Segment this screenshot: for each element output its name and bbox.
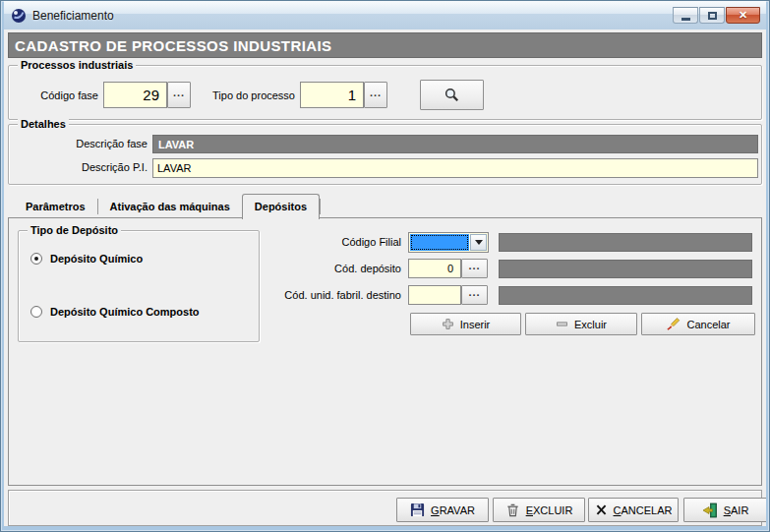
tab-depositos[interactable]: Depósitos [242,194,320,219]
excluir-button[interactable]: EXCLUIR [493,498,585,522]
radio-deposito-quimico-composto[interactable]: Depósito Químico Composto [30,306,200,318]
group-tipo-deposito-title: Tipo de Depósito [28,224,121,236]
titlebar: Beneficiamento ✕ [4,1,766,30]
descricao-fase-label: Descrição fase [49,138,148,149]
ellipsis-icon: ... [173,89,185,101]
pencil-icon [666,317,681,331]
tab-strip: Parâmetros Ativação das máquinas Depósit… [14,193,321,218]
codigo-filial-label: Código Filial [254,236,401,248]
cod-unid-fabril-destino-label: Cód. unid. fabril. destino [254,289,401,301]
group-processos-title: Processos industriais [18,59,136,71]
descricao-fase-field: LAVAR [152,135,758,153]
gravar-button[interactable]: GRAVAR [396,498,489,522]
cod-deposito-input[interactable]: 0 [408,259,461,278]
search-button[interactable] [420,80,484,110]
ellipsis-icon: ... [370,89,382,101]
close-button[interactable]: ✕ [726,7,760,24]
minimize-icon [681,18,690,21]
group-detalhes-title: Detalhes [18,118,69,130]
cod-unid-fabril-destino-desc-field [499,286,752,305]
cod-deposito-desc-field [499,260,752,278]
descricao-pi-label: Descrição P.I. [49,161,148,173]
cod-deposito-label: Cód. depósito [254,263,401,274]
group-tipo-deposito: Tipo de Depósito Depósito Químico Depósi… [18,230,260,342]
codigo-fase-label: Código fase [24,89,98,101]
excluir-row-button[interactable]: Excluir [525,313,637,335]
sair-button[interactable]: SAIR [683,498,766,522]
tipo-processo-browse-button[interactable]: ... [364,82,387,108]
window-title: Beneficiamento [32,9,114,23]
radio-deposito-quimico[interactable]: Depósito Químico [30,253,143,265]
plus-icon [442,318,454,330]
codigo-fase-browse-button[interactable]: ... [167,82,191,108]
cancelar-row-button[interactable]: Cancelar [641,313,755,335]
client-area: CADASTRO DE PROCESSOS INDUSTRIAIS Proces… [4,30,766,526]
minus-icon [556,318,568,330]
cod-unid-fabril-destino-browse-button[interactable]: ... [461,285,488,305]
tipo-processo-input[interactable]: 1 [300,82,364,108]
codigo-filial-dropdown-button[interactable] [470,234,487,251]
radio-button-icon [30,306,42,318]
tab-separator [320,199,321,214]
cod-unid-fabril-destino-input[interactable] [408,285,461,305]
exit-door-icon [702,502,718,518]
app-window: Beneficiamento ✕ CADASTRO DE PROCESSOS I… [0,0,770,532]
minimize-button[interactable] [673,7,698,24]
codigo-filial-selected-value [410,234,469,251]
cancelar-button[interactable]: CANCELAR [588,498,679,522]
footer-panel: GRAVAR EXCLUIR CANCELAR [8,490,762,526]
tab-parametros[interactable]: Parâmetros [14,198,97,218]
maximize-icon [708,12,717,20]
trash-icon [505,502,520,517]
maximize-button[interactable] [699,7,725,24]
codigo-filial-combobox[interactable] [408,232,489,253]
close-icon: ✕ [739,9,747,22]
cod-deposito-browse-button[interactable]: ... [461,259,488,278]
ellipsis-icon: ... [468,263,480,274]
radio-button-icon [30,253,42,265]
search-icon [444,87,460,103]
x-mark-icon [595,503,608,516]
codigo-fase-input[interactable]: 29 [103,82,167,108]
inserir-button[interactable]: Inserir [410,313,521,335]
descricao-pi-input[interactable]: LAVAR [152,158,758,178]
floppy-disk-icon [410,502,425,517]
tab-ativacao-das-maquinas[interactable]: Ativação das máquinas [98,198,242,218]
tipo-processo-label: Tipo do processo [207,89,295,101]
codigo-filial-desc-field [499,233,752,252]
app-icon [11,8,27,24]
page-title: CADASTRO DE PROCESSOS INDUSTRIAIS [8,32,762,58]
chevron-down-icon [475,240,483,245]
ellipsis-icon: ... [468,289,480,301]
